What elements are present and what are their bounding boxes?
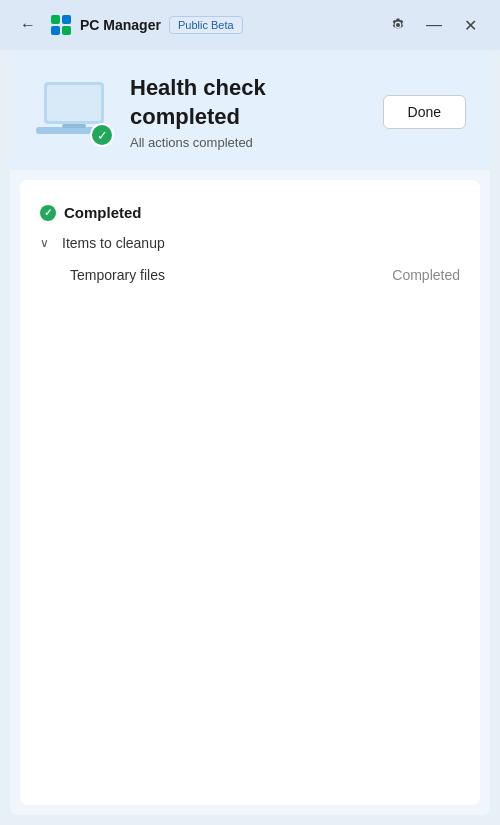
minimize-button[interactable]: — — [418, 9, 450, 41]
settings-button[interactable] — [382, 9, 414, 41]
close-icon: ✕ — [464, 16, 477, 35]
svg-rect-5 — [47, 85, 101, 121]
check-circle-icon: ✓ — [92, 125, 112, 145]
gear-icon — [390, 17, 406, 33]
svg-rect-0 — [51, 15, 60, 24]
check-badge: ✓ — [90, 123, 114, 147]
main-content: ✓ Health check completed All actions com… — [10, 50, 490, 815]
header-section: ✓ Health check completed All actions com… — [10, 50, 490, 170]
svg-rect-2 — [51, 26, 60, 35]
title-bar: ← PC Manager Public Beta — ✕ — [0, 0, 500, 50]
svg-rect-7 — [62, 124, 86, 128]
completed-row: Completed — [20, 196, 480, 229]
svg-rect-1 — [62, 15, 71, 24]
items-to-cleanup-row[interactable]: ∨ Items to cleanup — [20, 229, 480, 257]
items-to-cleanup-label: Items to cleanup — [62, 235, 165, 251]
header-text: Health check completed All actions compl… — [130, 74, 367, 150]
svg-rect-3 — [62, 26, 71, 35]
app-title: PC Manager — [80, 17, 161, 33]
completed-label: Completed — [64, 204, 142, 221]
file-status: Completed — [392, 267, 460, 283]
close-button[interactable]: ✕ — [454, 9, 486, 41]
app-logo-icon — [50, 14, 72, 36]
title-bar-controls: — ✕ — [382, 9, 486, 41]
chevron-down-icon: ∨ — [40, 236, 56, 250]
results-section: Completed ∨ Items to cleanup Temporary f… — [20, 180, 480, 805]
done-button[interactable]: Done — [383, 95, 466, 129]
laptop-icon-container: ✓ — [34, 77, 114, 147]
completed-status-icon — [40, 205, 56, 221]
file-name: Temporary files — [70, 267, 165, 283]
table-row: Temporary files Completed — [20, 257, 480, 293]
beta-badge: Public Beta — [169, 16, 243, 34]
back-button[interactable]: ← — [14, 14, 42, 36]
header-subtitle: All actions completed — [130, 135, 367, 150]
minimize-icon: — — [426, 16, 442, 34]
title-bar-left: ← PC Manager Public Beta — [14, 14, 374, 36]
header-title: Health check completed — [130, 74, 367, 131]
